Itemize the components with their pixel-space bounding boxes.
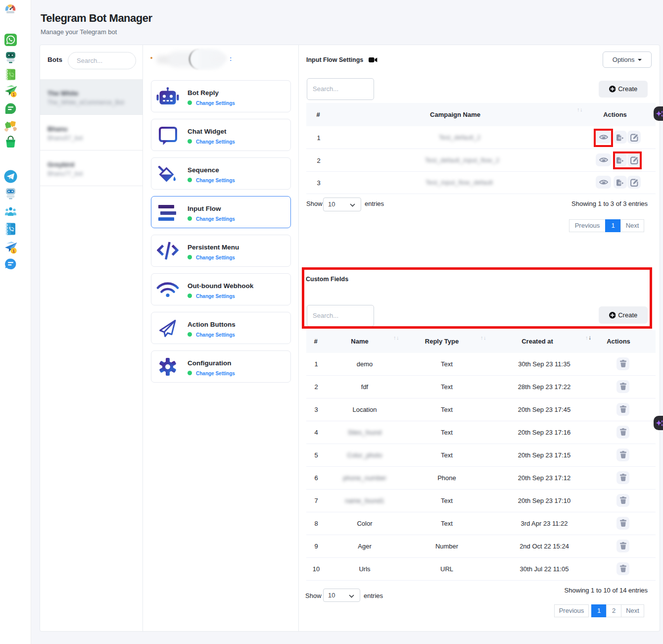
svg-text:1: 1 <box>12 248 15 253</box>
svg-text:1: 1 <box>12 92 15 97</box>
